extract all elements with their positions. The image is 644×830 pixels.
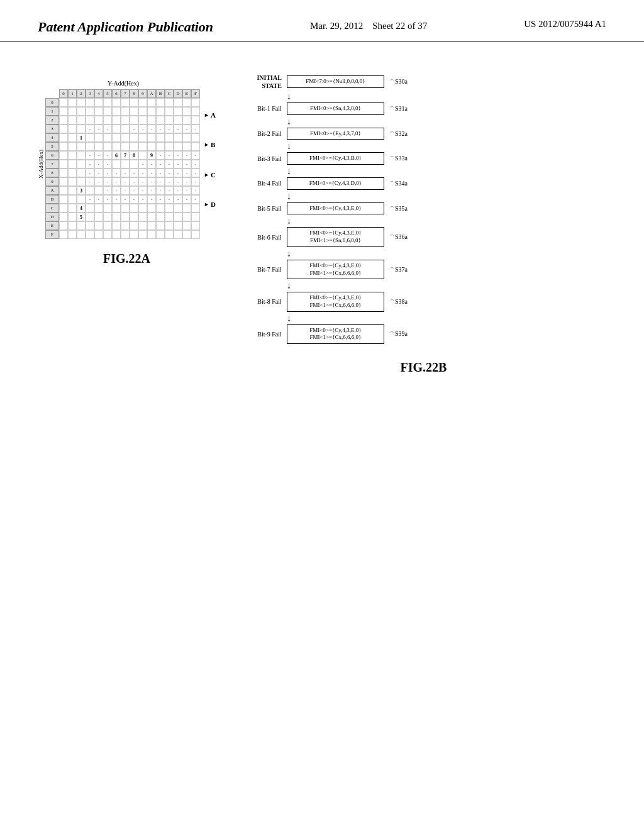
grid-cell [147, 142, 156, 151]
grid-cell [103, 213, 112, 221]
flow-step-row: Bit-8 Fail FMI<0>={Cy,4,3,E,0}FMI<1>={Cx… [241, 292, 606, 311]
grid-cell [94, 230, 103, 239]
grid-cell [182, 195, 191, 204]
fig22b-title: FIG.22B [400, 360, 447, 375]
grid-cell [138, 169, 147, 177]
grid-cell [103, 142, 112, 151]
grid-cell [165, 124, 174, 133]
flow-state-label: S39a [389, 330, 408, 338]
grid-row: D5 [45, 213, 200, 221]
grid-cell [130, 160, 138, 169]
grid-cell [94, 98, 103, 107]
grid-cell [130, 213, 138, 221]
flow-step-row: Bit-2 Fail FMI<0>={Ey,4,3,7,0} S32a [241, 128, 606, 140]
fig22b-container: INITIALSTATE FMI<7:0>={Null,0,0,0,0} S30… [241, 67, 606, 375]
grid-cell [121, 142, 130, 151]
grid-cell [121, 116, 130, 124]
grid-cell [121, 98, 130, 107]
grid-cell [103, 133, 112, 142]
col-header-2: 2 [77, 89, 86, 98]
row-header-4: 4 [45, 133, 59, 142]
grid-cell [138, 142, 147, 151]
grid-area: X-Add(Hex) 0123456789ABCDEF 012341566789… [38, 89, 216, 239]
row-header-5: 5 [45, 142, 59, 151]
grid-cell [182, 133, 191, 142]
flow-arrow: ↓ [287, 280, 291, 292]
grid-cell [165, 160, 174, 169]
grid-cell [130, 98, 138, 107]
grid-cell [156, 204, 165, 213]
grid-cell [112, 169, 121, 177]
row-header-1: 1 [45, 107, 59, 116]
grid-row: 9 [45, 177, 200, 186]
grid-cell [182, 213, 191, 221]
grid-cell [182, 169, 191, 177]
grid-cell [130, 107, 138, 116]
grid-cell [112, 124, 121, 133]
initial-state-label: INITIALSTATE [241, 74, 282, 90]
y-add-label: Y-Add(Hex) [53, 80, 194, 87]
row-header-C: C [45, 204, 59, 213]
grid-cell [182, 221, 191, 230]
grid-cell [59, 230, 68, 239]
grid-cell [59, 107, 68, 116]
grid-cell [174, 186, 182, 195]
grid-rows: 012341566789789A3BC4D5EF [45, 98, 200, 239]
grid-cell [191, 186, 200, 195]
row-header-3: 3 [45, 124, 59, 133]
grid-cell [86, 151, 94, 160]
grid-cell: 3 [77, 186, 86, 195]
col-header-B: B [156, 89, 165, 98]
grid-cell [77, 169, 86, 177]
grid-cell [86, 186, 94, 195]
grid-cell [174, 213, 182, 221]
row-header-6: 6 [45, 151, 59, 160]
grid-cell [121, 221, 130, 230]
grid-cell [147, 204, 156, 213]
row-header-9: 9 [45, 177, 59, 186]
col-header-0: 0 [59, 89, 68, 98]
grid-cell [165, 98, 174, 107]
grid-cell [165, 186, 174, 195]
grid-row: A3 [45, 186, 200, 195]
grid-cell [165, 169, 174, 177]
grid-row: E [45, 221, 200, 230]
grid-cell [59, 195, 68, 204]
flow-step-label: Bit-8 Fail [241, 297, 282, 306]
grid-cell [121, 169, 130, 177]
grid-cell [103, 160, 112, 169]
grid-cell [130, 186, 138, 195]
grid-cell [174, 177, 182, 186]
label-d: ►D [204, 201, 216, 208]
grid-cell [121, 213, 130, 221]
grid-cell [94, 107, 103, 116]
label-c: ►C [204, 171, 216, 179]
row-header-D: D [45, 213, 59, 221]
flow-state-label: S38a [389, 298, 408, 306]
grid-cell [59, 124, 68, 133]
grid-cell [156, 177, 165, 186]
grid-cell [86, 98, 94, 107]
grid-cell [86, 124, 94, 133]
grid-cell [94, 195, 103, 204]
flow-state-label: S33a [389, 155, 408, 162]
grid-cell: 7 [121, 151, 130, 160]
grid-cell [147, 177, 156, 186]
grid-cell [156, 116, 165, 124]
grid-cell [94, 213, 103, 221]
grid-cell [182, 230, 191, 239]
grid-cell [147, 116, 156, 124]
grid-cell [59, 142, 68, 151]
grid-cell [165, 213, 174, 221]
flow-step-label: Bit-2 Fail [241, 130, 282, 138]
grid-cell [174, 116, 182, 124]
grid-cell [174, 169, 182, 177]
grid-cell [103, 195, 112, 204]
flow-step-row: Bit-7 Fail FMI<0>={Cy,4,3,E,0}FMI<1>={Cx… [241, 260, 606, 279]
grid-cell [174, 107, 182, 116]
grid-cell [174, 221, 182, 230]
grid-cell [112, 177, 121, 186]
flow-step-box: FMI<0>={Cy,4,3,E,0} [287, 202, 384, 215]
grid-cell [86, 133, 94, 142]
grid-cell [59, 213, 68, 221]
